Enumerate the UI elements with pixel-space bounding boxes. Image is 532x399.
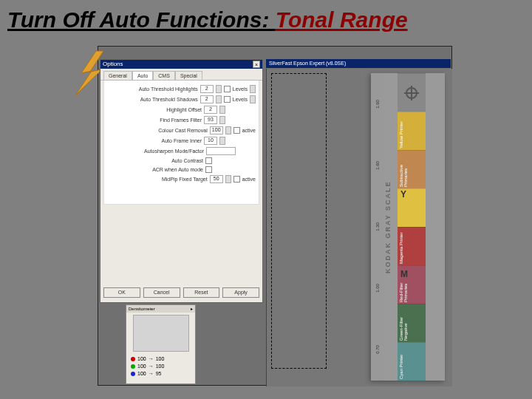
ok-button[interactable]: OK [103, 287, 140, 298]
density-val: 1.90 [375, 98, 380, 111]
arrow-icon: → [149, 370, 154, 378]
dens-row-b: 100 → 95 [131, 370, 191, 378]
patch-green: Green-Filter Negative [398, 304, 426, 342]
spinner[interactable] [216, 95, 222, 103]
label-color-cast: Colour Cast Removal [107, 128, 208, 133]
title-black: Turn Off Auto Functions: [7, 7, 276, 32]
row-auto-contrast: Auto Contrast [107, 157, 256, 164]
options-dialog: Options × General Auto CMS Special Auto … [100, 59, 263, 303]
checklabel-levels-sh: Levels [233, 97, 248, 102]
spinner[interactable] [225, 126, 231, 134]
patch-magenta: Red-Filter Primaries M [398, 265, 426, 304]
checkbox-cast-active[interactable] [233, 127, 240, 134]
row-color-cast: Colour Cast Removal 100 active [107, 126, 256, 134]
title-red: Tonal Range [276, 7, 408, 32]
cancel-button[interactable]: Cancel [143, 287, 180, 298]
dens-g-out: 100 [156, 363, 165, 370]
densitometer-titlebar[interactable]: Densitometer ▸ [126, 305, 195, 313]
density-val: 0.70 [375, 343, 380, 356]
label-auto-thresh-sh: Auto Threshold Shadows [107, 97, 198, 102]
densitometer-readout: 100 → 100 100 → 100 100 → 95 [126, 354, 195, 379]
input-auto-thresh-hi[interactable]: 2 [200, 85, 214, 93]
tab-cms[interactable]: CMS [153, 71, 175, 80]
spinner[interactable] [219, 116, 225, 124]
checkbox-levels-sh[interactable] [224, 96, 231, 103]
spinner[interactable] [250, 95, 256, 103]
label-auto-frame: Auto Frame Inner [107, 138, 202, 143]
selection-marquee[interactable] [271, 73, 327, 369]
patch-teal-label: Cyan Printer [399, 344, 403, 379]
options-body: Auto Threshold Highlights 2 Levels Auto … [103, 81, 259, 205]
spinner[interactable] [250, 85, 256, 93]
spinner[interactable] [219, 106, 225, 114]
patch-red: Magenta Printer [398, 227, 426, 265]
registration-target-icon [398, 73, 426, 112]
letter-y: Y [400, 189, 406, 200]
dens-row-r: 100 → 100 [131, 355, 191, 363]
patch-green-label: Green-Filter Negative [399, 306, 408, 341]
options-title: Options [103, 60, 123, 69]
options-button-row: OK Cancel Reset Apply [103, 287, 259, 298]
checkbox-levels-hi[interactable] [224, 86, 231, 92]
tab-auto[interactable]: Auto [132, 71, 153, 80]
densitometer-panel[interactable]: Densitometer ▸ 100 → 100 100 → 100 100 →… [126, 304, 196, 384]
scanner-window-titlebar: SilverFast Epson Expert (v8.0SE) [266, 59, 451, 68]
scan-preview-pane[interactable]: 1.90 1.60 1.30 1.00 0.70 KODAK GRAY SCAL… [266, 69, 452, 386]
color-patches: Yellow Printer Subtractive Primaries Y M… [398, 73, 426, 381]
options-titlebar[interactable]: Options × [100, 60, 262, 69]
row-highlight-offset: Highlight Offset 2 [107, 106, 256, 114]
kodak-scale-target: 1.90 1.60 1.30 1.00 0.70 KODAK GRAY SCAL… [371, 73, 445, 381]
spinner[interactable] [216, 85, 222, 93]
dot-blue-icon [131, 372, 135, 376]
density-val: 1.30 [375, 220, 380, 233]
density-val: 1.00 [375, 282, 380, 295]
patch-teal: Cyan Printer [398, 342, 426, 381]
dot-green-icon [131, 364, 135, 369]
spinner[interactable] [219, 137, 225, 145]
checkbox-acr-auto[interactable] [205, 166, 212, 173]
label-midpip: MidPip Fixed Target [107, 177, 208, 182]
kodak-gray-scale-label: KODAK GRAY SCALE [384, 73, 398, 381]
panel-toggle-icon[interactable]: ▸ [191, 305, 193, 313]
label-autosharpen: Autosharpen Mode/Factor [107, 149, 204, 154]
apply-button[interactable]: Apply [222, 287, 259, 298]
letter-m: M [400, 269, 408, 279]
dot-red-icon [131, 357, 135, 361]
row-autosharpen: Autosharpen Mode/Factor [107, 147, 256, 155]
dens-r-in: 100 [137, 355, 146, 363]
input-midpip[interactable]: 50 [210, 175, 223, 183]
dens-b-in: 100 [137, 370, 146, 378]
arrow-icon: → [149, 363, 154, 370]
reset-button[interactable]: Reset [183, 287, 220, 298]
row-auto-thresh-shadows: Auto Threshold Shadows 2 Levels [107, 95, 256, 103]
densitometer-title: Densitometer [129, 305, 155, 313]
patch-yellow-label: Yellow Printer [399, 114, 403, 149]
label-auto-contrast: Auto Contrast [107, 158, 203, 163]
input-auto-thresh-sh[interactable]: 2 [200, 95, 214, 103]
row-auto-thresh-highlights: Auto Threshold Highlights 2 Levels [107, 85, 256, 93]
patch-yellow: Yellow Printer [398, 112, 426, 150]
dens-b-out: 95 [156, 370, 162, 378]
row-acr-auto: ACR when Auto mode [107, 166, 256, 173]
input-auto-frame[interactable]: 10 [204, 137, 217, 145]
input-highlight-offset[interactable]: 2 [204, 106, 217, 114]
density-column: 1.90 1.60 1.30 1.00 0.70 [371, 73, 384, 381]
scanner-title-text: SilverFast Epson Expert (v8.0SE) [269, 61, 346, 66]
input-find-frames[interactable]: 93 [204, 116, 217, 124]
label-acr-auto: ACR when Auto mode [107, 167, 203, 172]
spinner[interactable] [225, 175, 231, 183]
label-find-frames: Find Frames Filter [107, 117, 202, 123]
slide-title: Turn Off Auto Functions: Tonal Range [0, 0, 532, 37]
checkbox-midpip-active[interactable] [233, 176, 240, 183]
checkbox-auto-contrast[interactable] [205, 157, 212, 164]
input-color-cast[interactable]: 100 [210, 126, 223, 134]
dropdown-autosharpen[interactable] [206, 147, 236, 155]
close-icon[interactable]: × [253, 61, 260, 68]
row-auto-frame: Auto Frame Inner 10 [107, 137, 256, 145]
row-find-frames: Find Frames Filter 93 [107, 116, 256, 124]
patch-red-label: Magenta Printer [399, 229, 403, 264]
row-midpip: MidPip Fixed Target 50 active [107, 175, 256, 183]
tab-special[interactable]: Special [175, 71, 202, 80]
tab-general[interactable]: General [103, 71, 132, 80]
densitometer-preview [133, 315, 189, 352]
